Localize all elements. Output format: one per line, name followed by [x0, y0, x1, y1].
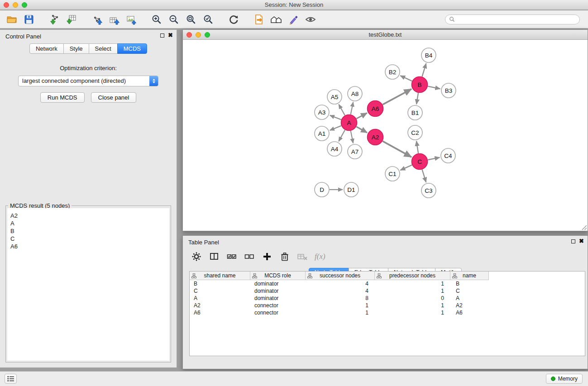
unselect-all-columns-icon[interactable] [244, 251, 255, 262]
graph-edge-A-A2[interactable] [356, 127, 367, 133]
graph-edge-C-C1[interactable] [400, 165, 412, 171]
table-cell[interactable]: 1 [375, 287, 450, 295]
graph-edge-B-B3[interactable] [428, 86, 440, 89]
table-cell[interactable]: A2 [190, 302, 250, 309]
table-row[interactable]: Bdominator41B [190, 280, 585, 287]
task-history-button[interactable] [5, 374, 17, 384]
zoom-selected-icon[interactable] [201, 13, 215, 26]
table-cell[interactable]: connector [250, 309, 306, 316]
search-input[interactable] [457, 16, 576, 23]
graph-edge-C-C2[interactable] [416, 141, 418, 153]
apply-style-icon[interactable] [286, 13, 301, 26]
table-cell[interactable]: dominator [250, 280, 306, 287]
graph-edge-A2-C[interactable] [382, 141, 411, 157]
column-header-name[interactable]: name [450, 272, 489, 280]
show-columns-icon[interactable] [209, 251, 220, 262]
network-canvas[interactable]: B4B2BB3A5A8A6B1A3AC2A1A2A4A7C4CC1C3DD1 [183, 40, 588, 231]
table-cell[interactable]: dominator [250, 295, 306, 302]
select-all-columns-icon[interactable] [226, 251, 237, 262]
column-header-MCDS-role[interactable]: MCDS role [250, 272, 306, 280]
tab-mcds[interactable]: MCDS [117, 43, 147, 54]
graph-edge-B-B2[interactable] [400, 76, 412, 81]
table-cell[interactable]: A [190, 295, 250, 302]
table-cell[interactable]: C [450, 287, 489, 295]
table-cell[interactable]: 1 [375, 280, 450, 287]
zoom-out-icon[interactable] [167, 13, 181, 26]
table-cell[interactable]: C [190, 287, 250, 295]
table-cell[interactable]: 1 [375, 309, 450, 316]
graph-edge-C-C4[interactable] [428, 157, 440, 160]
table-cell[interactable]: 1 [306, 302, 375, 309]
float-table-panel-icon[interactable] [571, 239, 575, 243]
resize-grip-icon[interactable] [582, 225, 587, 230]
table-row[interactable]: A6connector11A6 [190, 309, 585, 316]
export-network-icon[interactable] [90, 13, 104, 26]
column-header-successor-nodes[interactable]: successor nodes [306, 272, 375, 280]
eye-icon[interactable] [303, 13, 318, 26]
tab-style[interactable]: Style [63, 43, 89, 54]
search-field[interactable] [445, 14, 580, 24]
tab-select[interactable]: Select [89, 43, 118, 54]
graph-edge-A-A5[interactable] [339, 105, 345, 115]
table-cell[interactable]: 8 [306, 295, 375, 302]
attribute-type-icon [452, 273, 457, 278]
zoom-fit-icon[interactable] [184, 13, 198, 26]
float-panel-icon[interactable] [160, 33, 164, 38]
graph-edge-A-A4[interactable] [339, 130, 345, 141]
run-mcds-button[interactable]: Run MCDS [40, 92, 85, 103]
table-cell[interactable]: 4 [306, 287, 375, 295]
table-cell[interactable]: connector [250, 302, 306, 309]
mcds-result-item[interactable]: A6 [7, 243, 169, 250]
mcds-result-item[interactable]: A2 [7, 212, 169, 219]
network-graph[interactable]: B4B2BB3A5A8A6B1A3AC2A1A2A4A7C4CC1C3DD1 [183, 40, 588, 231]
table-cell[interactable]: B [450, 280, 489, 287]
table-cell[interactable]: A6 [190, 309, 250, 316]
dropdown-stepper-icon[interactable] [149, 76, 158, 86]
delete-columns-icon[interactable] [279, 251, 290, 262]
table-cell[interactable]: A [450, 295, 489, 302]
table-cell[interactable]: dominator [250, 287, 306, 295]
mcds-result-item[interactable]: C [7, 235, 169, 243]
table-cell[interactable]: 1 [306, 309, 375, 316]
optimization-dropdown[interactable]: largest connected component (directed) [18, 76, 158, 86]
graph-edge-A-A8[interactable] [351, 102, 354, 114]
graph-edge-A-A6[interactable] [356, 113, 367, 119]
import-table-icon[interactable] [64, 13, 79, 26]
create-column-icon[interactable] [262, 251, 272, 262]
home-icon[interactable] [269, 13, 283, 26]
table-row[interactable]: A2connector11A2 [190, 302, 585, 309]
tab-network[interactable]: Network [29, 43, 64, 54]
graph-edge-A-A3[interactable] [330, 115, 341, 120]
table-row[interactable]: Adominator80A [190, 295, 585, 302]
table-cell[interactable]: 1 [375, 302, 450, 309]
first-neighbors-icon[interactable] [252, 13, 266, 26]
close-panel-icon[interactable]: ✖ [168, 33, 173, 38]
column-header-predecessor-nodes[interactable]: predecessor nodes [375, 272, 450, 280]
table-cell[interactable]: A2 [450, 302, 489, 309]
graph-edge-A6-B[interactable] [382, 89, 411, 105]
table-settings-icon[interactable] [191, 251, 202, 262]
table-cell[interactable]: 0 [375, 295, 450, 302]
table-cell[interactable]: B [190, 280, 250, 287]
close-panel-button[interactable]: Close panel [91, 92, 137, 103]
open-folder-icon[interactable] [5, 13, 19, 26]
zoom-in-icon[interactable] [149, 13, 164, 26]
graph-edge-B-B1[interactable] [416, 93, 418, 104]
refresh-icon[interactable] [226, 13, 241, 26]
import-network-icon[interactable] [47, 13, 62, 26]
close-table-panel-icon[interactable]: ✖ [579, 238, 584, 244]
save-icon[interactable] [22, 13, 36, 26]
memory-button[interactable]: Memory [546, 374, 583, 384]
export-table-icon[interactable] [107, 13, 121, 26]
mcds-result-item[interactable]: B [7, 227, 169, 235]
mcds-result-item[interactable]: A [7, 219, 169, 227]
graph-edge-A-A1[interactable] [330, 126, 341, 130]
graph-edge-B-B4[interactable] [422, 63, 426, 76]
table-cell[interactable]: 4 [306, 280, 375, 287]
column-header-shared-name[interactable]: shared name [190, 272, 250, 280]
table-cell[interactable]: A6 [450, 309, 489, 316]
graph-edge-C-C3[interactable] [422, 170, 426, 182]
export-image-icon[interactable] [124, 13, 139, 26]
table-row[interactable]: Cdominator41C [190, 287, 585, 295]
graph-edge-A-A7[interactable] [351, 131, 354, 143]
